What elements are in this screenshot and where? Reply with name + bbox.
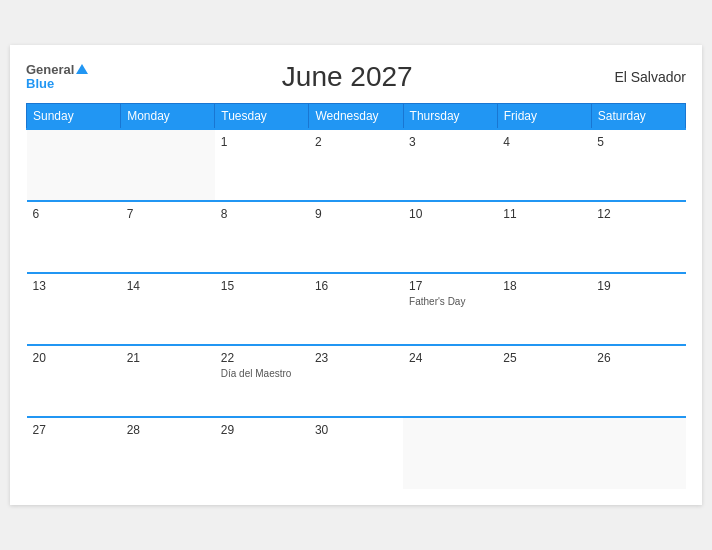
day-number: 28 — [127, 423, 209, 437]
calendar-header: General Blue June 2027 El Salvador — [26, 61, 686, 93]
weekday-header-tuesday: Tuesday — [215, 104, 309, 130]
day-number: 8 — [221, 207, 303, 221]
calendar-cell: 24 — [403, 345, 497, 417]
day-number: 13 — [33, 279, 115, 293]
calendar-cell: 22Día del Maestro — [215, 345, 309, 417]
calendar-cell: 13 — [27, 273, 121, 345]
calendar-cell: 21 — [121, 345, 215, 417]
calendar-cell: 23 — [309, 345, 403, 417]
day-number: 14 — [127, 279, 209, 293]
calendar-cell: 18 — [497, 273, 591, 345]
day-number: 30 — [315, 423, 397, 437]
day-number: 18 — [503, 279, 585, 293]
day-number: 10 — [409, 207, 491, 221]
day-number: 17 — [409, 279, 491, 293]
calendar-grid: SundayMondayTuesdayWednesdayThursdayFrid… — [26, 103, 686, 489]
calendar-cell: 8 — [215, 201, 309, 273]
day-number: 19 — [597, 279, 679, 293]
event-label: Día del Maestro — [221, 368, 303, 379]
day-number: 21 — [127, 351, 209, 365]
calendar-cell: 7 — [121, 201, 215, 273]
calendar-cell: 29 — [215, 417, 309, 489]
calendar-cell: 4 — [497, 129, 591, 201]
calendar-week-1: 12345 — [27, 129, 686, 201]
day-number: 29 — [221, 423, 303, 437]
day-number: 20 — [33, 351, 115, 365]
calendar-cell — [497, 417, 591, 489]
day-number: 16 — [315, 279, 397, 293]
weekday-header-monday: Monday — [121, 104, 215, 130]
calendar-cell — [121, 129, 215, 201]
day-number: 9 — [315, 207, 397, 221]
calendar-cell — [591, 417, 685, 489]
calendar-cell: 27 — [27, 417, 121, 489]
month-title: June 2027 — [88, 61, 606, 93]
calendar-cell: 10 — [403, 201, 497, 273]
logo-blue-text: Blue — [26, 77, 88, 91]
calendar-week-3: 1314151617Father's Day1819 — [27, 273, 686, 345]
calendar-cell: 20 — [27, 345, 121, 417]
day-number: 11 — [503, 207, 585, 221]
day-number: 27 — [33, 423, 115, 437]
calendar-header-row: SundayMondayTuesdayWednesdayThursdayFrid… — [27, 104, 686, 130]
calendar-cell: 26 — [591, 345, 685, 417]
weekday-header-sunday: Sunday — [27, 104, 121, 130]
calendar-cell: 30 — [309, 417, 403, 489]
calendar-container: General Blue June 2027 El Salvador Sunda… — [10, 45, 702, 505]
day-number: 5 — [597, 135, 679, 149]
calendar-cell: 15 — [215, 273, 309, 345]
calendar-week-4: 202122Día del Maestro23242526 — [27, 345, 686, 417]
calendar-cell: 2 — [309, 129, 403, 201]
calendar-cell: 25 — [497, 345, 591, 417]
calendar-cell: 12 — [591, 201, 685, 273]
calendar-cell — [403, 417, 497, 489]
logo: General Blue — [26, 63, 88, 92]
day-number: 22 — [221, 351, 303, 365]
logo-triangle-icon — [76, 64, 88, 74]
calendar-cell: 19 — [591, 273, 685, 345]
day-number: 3 — [409, 135, 491, 149]
calendar-cell: 16 — [309, 273, 403, 345]
calendar-cell: 5 — [591, 129, 685, 201]
calendar-cell: 9 — [309, 201, 403, 273]
calendar-cell: 6 — [27, 201, 121, 273]
day-number: 12 — [597, 207, 679, 221]
day-number: 26 — [597, 351, 679, 365]
day-number: 15 — [221, 279, 303, 293]
country-label: El Salvador — [606, 69, 686, 85]
calendar-week-5: 27282930 — [27, 417, 686, 489]
day-number: 23 — [315, 351, 397, 365]
day-number: 6 — [33, 207, 115, 221]
day-number: 1 — [221, 135, 303, 149]
calendar-cell — [27, 129, 121, 201]
weekday-header-thursday: Thursday — [403, 104, 497, 130]
calendar-cell: 28 — [121, 417, 215, 489]
weekday-header-friday: Friday — [497, 104, 591, 130]
day-number: 4 — [503, 135, 585, 149]
calendar-cell: 3 — [403, 129, 497, 201]
day-number: 7 — [127, 207, 209, 221]
weekday-header-saturday: Saturday — [591, 104, 685, 130]
event-label: Father's Day — [409, 296, 491, 307]
logo-general-text: General — [26, 63, 74, 77]
day-number: 2 — [315, 135, 397, 149]
day-number: 24 — [409, 351, 491, 365]
weekday-header-wednesday: Wednesday — [309, 104, 403, 130]
calendar-cell: 14 — [121, 273, 215, 345]
calendar-cell: 1 — [215, 129, 309, 201]
calendar-week-2: 6789101112 — [27, 201, 686, 273]
day-number: 25 — [503, 351, 585, 365]
calendar-cell: 11 — [497, 201, 591, 273]
calendar-cell: 17Father's Day — [403, 273, 497, 345]
